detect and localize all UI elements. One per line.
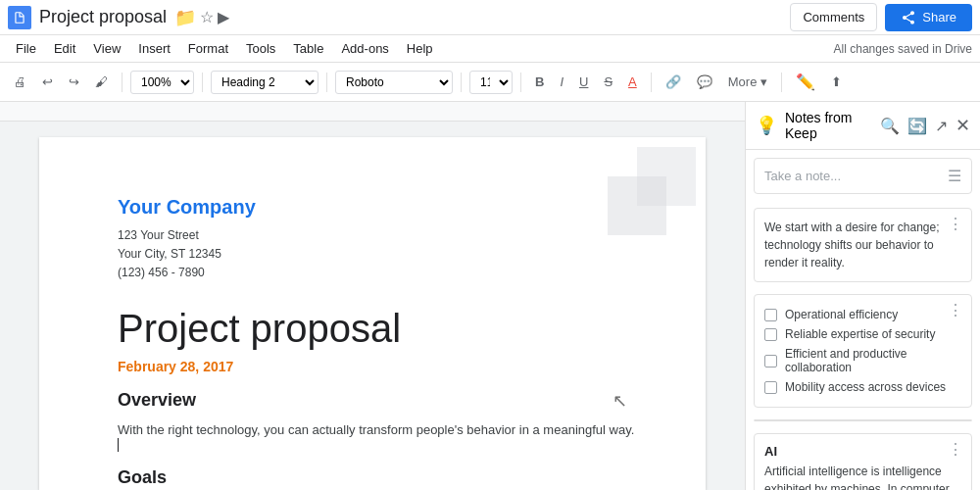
document-title[interactable]: Project proposal — [39, 7, 167, 27]
overview-body[interactable]: With the right technology, you can actua… — [118, 422, 635, 452]
checklist-item-3[interactable]: Mobility access across devices — [764, 377, 961, 397]
font-select[interactable]: Roboto — [335, 71, 453, 94]
goals-heading[interactable]: Goals — [118, 467, 635, 488]
paint-format-btn[interactable]: 🖌 — [89, 71, 114, 93]
keep-ai-card[interactable]: ⋮ AI Artificial intelligence is intellig… — [754, 433, 972, 490]
redo-btn[interactable]: ↪ — [63, 71, 85, 93]
section-up-btn[interactable]: ⬆ — [825, 71, 848, 93]
folder-icon[interactable]: 📁 — [174, 7, 196, 28]
document-page: Your Company 123 Your Street Your City, … — [39, 137, 706, 490]
checkbox-0[interactable] — [764, 309, 777, 321]
topbar-right: Comments Share — [790, 3, 972, 31]
keep-header-icons: 🔍 🔄 ↗ ✕ — [880, 115, 970, 136]
menu-format[interactable]: Format — [180, 37, 236, 60]
keep-note1-text: We start with a desire for change; techn… — [764, 219, 961, 271]
keep-ai-text: Artificial intelligence is intelligence … — [764, 463, 961, 490]
keep-input-area[interactable]: Take a note... ☰ — [754, 158, 972, 194]
keep-open-icon[interactable]: ↗ — [935, 117, 948, 135]
link-btn[interactable]: 🔗 — [660, 71, 687, 93]
address-line2: Your City, ST 12345 — [118, 245, 635, 264]
text-cursor — [118, 438, 119, 452]
divider5 — [520, 73, 521, 92]
checklist-item-1[interactable]: Reliable expertise of security — [764, 324, 961, 344]
keep-logo-icon: 💡 — [756, 115, 777, 136]
ruler — [0, 102, 745, 122]
page-decoration — [588, 137, 706, 255]
zoom-select[interactable]: 100% — [130, 71, 194, 94]
print-btn[interactable]: 🖨 — [8, 71, 32, 93]
address: 123 Your Street Your City, ST 12345 (123… — [118, 226, 635, 283]
document-column: Your Company 123 Your Street Your City, … — [0, 102, 745, 490]
menu-file[interactable]: File — [8, 37, 44, 60]
more-btn[interactable]: More ▾ — [722, 71, 773, 93]
checkbox-1[interactable] — [764, 328, 777, 341]
checklist-item-0[interactable]: Operational efficiency — [764, 305, 961, 324]
keep-title: Notes from Keep — [785, 110, 872, 141]
menu-table[interactable]: Table — [285, 37, 331, 60]
keep-checklist-menu-icon[interactable]: ⋮ — [948, 301, 963, 319]
toolbar: 🖨 ↩ ↪ 🖌 100% Heading 2 Roboto 11 B I U S… — [0, 63, 980, 102]
document-date[interactable]: February 28, 2017 — [118, 359, 635, 374]
keep-checklist-card[interactable]: ⋮ Operational efficiency Reliable expert… — [754, 294, 972, 408]
font-color-btn[interactable]: A — [622, 71, 643, 93]
menu-bar: File Edit View Insert Format Tools Table… — [0, 35, 980, 63]
strikethrough-btn[interactable]: S — [598, 71, 618, 93]
keep-image-card[interactable]: ⋮ — [754, 419, 972, 421]
checkbox-2[interactable] — [764, 355, 777, 368]
pencil-btn[interactable]: ✏️ — [790, 69, 821, 95]
top-bar: Project proposal 📁 ☆ ▶ Comments Share — [0, 0, 980, 35]
undo-btn[interactable]: ↩ — [36, 71, 59, 93]
divider4 — [461, 73, 462, 92]
keep-refresh-icon[interactable]: 🔄 — [907, 117, 927, 135]
keep-close-icon[interactable]: ✕ — [956, 115, 970, 136]
menu-edit[interactable]: Edit — [46, 37, 83, 60]
divider1 — [122, 73, 122, 92]
save-status: All changes saved in Drive — [834, 42, 972, 56]
menu-insert[interactable]: Insert — [130, 37, 178, 60]
app-icon — [8, 6, 31, 29]
keep-header: 💡 Notes from Keep 🔍 🔄 ↗ ✕ — [746, 102, 980, 150]
font-size-select[interactable]: 11 — [469, 71, 513, 94]
menu-addons[interactable]: Add-ons — [333, 37, 396, 60]
menu-view[interactable]: View — [85, 37, 128, 60]
checkbox-3[interactable] — [764, 381, 777, 394]
divider3 — [326, 73, 327, 92]
menu-help[interactable]: Help — [399, 37, 441, 60]
svg-rect-0 — [756, 419, 971, 421]
address-line1: 123 Your Street — [118, 226, 635, 245]
keep-sidebar: 💡 Notes from Keep 🔍 🔄 ↗ ✕ Take a note...… — [745, 102, 980, 490]
main-area: Your Company 123 Your Street Your City, … — [0, 102, 980, 490]
title-icons: 📁 ☆ ▶ — [174, 7, 229, 28]
keep-search-icon[interactable]: 🔍 — [880, 117, 900, 135]
keep-input-placeholder: Take a note... — [764, 169, 841, 183]
svg-marker-9 — [856, 419, 871, 421]
heading-select[interactable]: Heading 2 — [211, 71, 318, 94]
keep-input-menu-icon[interactable]: ☰ — [948, 167, 961, 185]
bold-btn[interactable]: B — [529, 71, 550, 93]
comment-btn[interactable]: 💬 — [691, 71, 718, 93]
move-icon[interactable]: ▶ — [218, 8, 229, 26]
underline-btn[interactable]: U — [573, 71, 594, 93]
checklist-item-2[interactable]: Efficient and productive collaboration — [764, 344, 961, 377]
divider6 — [651, 73, 652, 92]
keep-ai-title: AI — [764, 444, 961, 459]
document-area[interactable]: Your Company 123 Your Street Your City, … — [0, 122, 745, 490]
keep-card-image — [754, 419, 972, 421]
divider2 — [202, 73, 203, 92]
star-icon[interactable]: ☆ — [200, 8, 214, 26]
keep-ai-menu-icon[interactable]: ⋮ — [948, 440, 963, 459]
keep-note-1[interactable]: ⋮ We start with a desire for change; tec… — [754, 208, 972, 282]
italic-btn[interactable]: I — [554, 71, 569, 93]
share-button[interactable]: Share — [885, 4, 972, 31]
address-line3: (123) 456 - 7890 — [118, 264, 635, 282]
company-name: Your Company — [118, 196, 635, 219]
comments-button[interactable]: Comments — [790, 3, 877, 31]
document-main-title[interactable]: Project proposal — [118, 307, 635, 351]
menu-tools[interactable]: Tools — [238, 37, 283, 60]
overview-heading[interactable]: Overview — [118, 390, 635, 411]
divider7 — [781, 73, 782, 92]
keep-note1-menu-icon[interactable]: ⋮ — [948, 215, 963, 233]
mouse-cursor: ↖ — [612, 390, 627, 412]
